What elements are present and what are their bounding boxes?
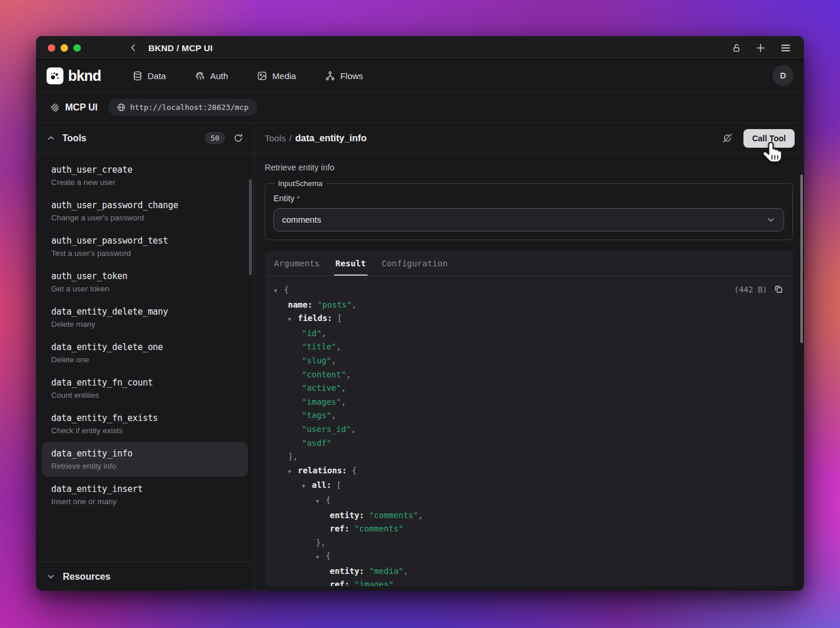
- back-button[interactable]: [129, 43, 138, 52]
- result-panel: Arguments Result Configuration ▼{name: "…: [265, 251, 793, 586]
- tool-name: auth_user_password_test: [51, 236, 239, 246]
- expand-arrow-icon[interactable]: ▼: [288, 313, 298, 327]
- json-line: ▼{: [274, 550, 784, 565]
- expand-arrow-icon[interactable]: ▼: [316, 495, 326, 509]
- input-schema-fieldset: InputSchema Entity* comments: [265, 179, 793, 240]
- chevron-down-icon: [47, 572, 55, 581]
- desktop: { "titlebar": { "title": "BKND / MCP UI"…: [0, 0, 840, 628]
- json-line: "title",: [274, 340, 784, 354]
- new-tab-icon[interactable]: [755, 42, 766, 53]
- sidebar-scrollbar-thumb[interactable]: [249, 179, 252, 275]
- json-line: ref: "comments": [274, 522, 784, 536]
- main-scrollbar-thumb[interactable]: [800, 174, 803, 343]
- tools-sidebar: Tools 50 auth_user_create Create a new u…: [36, 123, 254, 591]
- tool-name: data_entity_insert: [51, 484, 239, 494]
- entity-select[interactable]: comments: [273, 208, 784, 231]
- tools-section-title: Tools: [62, 133, 86, 144]
- tool-list-item[interactable]: auth_user_token Get a user token: [42, 265, 248, 299]
- zoom-window-button[interactable]: [73, 44, 81, 52]
- database-icon: [133, 71, 143, 81]
- tool-description: Retrieve entity info: [265, 163, 793, 172]
- json-line: "id",: [274, 327, 784, 341]
- tool-list-item[interactable]: data_entity_insert Insert one or many: [42, 477, 248, 512]
- page-title: MCP UI: [65, 102, 98, 113]
- json-line: "asdf": [274, 437, 784, 451]
- copy-icon[interactable]: [774, 284, 784, 294]
- app-navbar: bknd Data Auth Media Flows D: [36, 60, 804, 92]
- tool-description: Test a user's password: [51, 249, 239, 258]
- titlebar: BKND / MCP UI: [36, 36, 804, 60]
- nav-item-flows[interactable]: Flows: [325, 71, 363, 81]
- tool-list-item[interactable]: auth_user_password_change Change a user'…: [42, 194, 248, 229]
- json-line: entity: "comments",: [274, 509, 784, 523]
- unlock-icon[interactable]: [731, 43, 741, 53]
- json-line: ▼all: [: [274, 479, 784, 494]
- nav-items: Data Auth Media Flows: [133, 71, 364, 81]
- nav-item-label: Data: [148, 71, 166, 81]
- tool-description: Delete one: [51, 355, 239, 364]
- tool-list-item[interactable]: data_entity_delete_many Delete many: [42, 300, 248, 335]
- tool-list-item[interactable]: auth_user_create Create a new user: [42, 158, 248, 193]
- chevron-left-icon: [129, 43, 138, 52]
- minimize-window-button[interactable]: [60, 44, 68, 52]
- tool-description: Count entities: [51, 391, 239, 399]
- tool-name: data_entity_delete_one: [51, 342, 239, 352]
- tool-list-item[interactable]: data_entity_info Retrieve entity info: [42, 442, 248, 477]
- auto-refresh-off-icon[interactable]: [722, 133, 733, 144]
- json-line: "content",: [274, 368, 784, 382]
- tool-name: data_entity_fn_exists: [51, 413, 239, 423]
- brand-name: bknd: [68, 67, 101, 84]
- tools-count-badge: 50: [205, 132, 225, 144]
- required-mark: *: [297, 194, 300, 203]
- tool-name: auth_user_password_change: [51, 200, 239, 210]
- nav-item-media[interactable]: Media: [257, 71, 296, 81]
- expand-arrow-icon[interactable]: ▼: [288, 465, 298, 479]
- nav-item-data[interactable]: Data: [133, 71, 166, 81]
- tool-name: auth_user_create: [51, 165, 239, 175]
- refresh-icon[interactable]: [233, 133, 243, 143]
- tool-description: Get a user token: [51, 284, 239, 293]
- tool-list: auth_user_create Create a new user auth_…: [36, 154, 254, 562]
- expand-arrow-icon[interactable]: ▼: [274, 284, 284, 298]
- nav-item-auth[interactable]: Auth: [195, 71, 228, 81]
- tab-bar: Arguments Result Configuration: [265, 251, 793, 276]
- breadcrumb-section[interactable]: Tools: [265, 133, 286, 144]
- tools-section-header[interactable]: Tools 50: [36, 123, 254, 154]
- mcp-toolbar: MCP UI http://localhost:28623/mcp: [36, 92, 804, 123]
- resources-section-header[interactable]: Resources: [36, 562, 254, 591]
- nav-item-label: Media: [272, 71, 296, 81]
- json-line: entity: "media",: [274, 565, 784, 579]
- json-line: "users_id",: [274, 423, 784, 437]
- expand-arrow-icon[interactable]: ▼: [316, 551, 326, 565]
- tab-result[interactable]: Result: [336, 251, 366, 276]
- globe-icon: [117, 103, 126, 112]
- tab-configuration[interactable]: Configuration: [382, 251, 448, 276]
- menu-icon[interactable]: [780, 42, 791, 53]
- tool-list-item[interactable]: data_entity_delete_one Delete one: [42, 336, 248, 370]
- json-line: "active",: [274, 381, 784, 395]
- tool-description: Insert one or many: [51, 497, 239, 506]
- json-line: ref: "images": [274, 578, 784, 586]
- json-line: "slug",: [274, 354, 784, 368]
- tool-detail-header: Tools / data_entity_info Call Tool: [254, 123, 804, 154]
- breadcrumb-current: data_entity_info: [296, 133, 367, 144]
- tool-name: data_entity_info: [51, 448, 239, 459]
- tool-list-item[interactable]: data_entity_fn_exists Check if entity ex…: [42, 406, 248, 441]
- expand-arrow-icon[interactable]: ▼: [302, 480, 312, 494]
- entity-field-label: Entity*: [273, 194, 784, 203]
- tool-name: auth_user_token: [51, 271, 239, 281]
- tool-list-item[interactable]: data_entity_fn_count Count entities: [42, 371, 248, 406]
- tool-list-item[interactable]: auth_user_password_test Test a user's pa…: [42, 229, 248, 264]
- chevron-down-icon: [766, 215, 775, 224]
- close-window-button[interactable]: [48, 44, 55, 52]
- breadcrumb-separator: /: [289, 133, 291, 144]
- nav-item-label: Flows: [340, 71, 363, 81]
- mcp-icon: [49, 102, 60, 113]
- json-line: },: [274, 536, 784, 550]
- server-url-pill[interactable]: http://localhost:28623/mcp: [108, 99, 258, 116]
- tab-arguments[interactable]: Arguments: [274, 251, 320, 276]
- call-tool-button[interactable]: Call Tool: [743, 129, 795, 148]
- user-avatar[interactable]: D: [773, 65, 793, 86]
- tool-description: Change a user's password: [51, 213, 239, 222]
- brand-logo[interactable]: bknd: [47, 67, 101, 84]
